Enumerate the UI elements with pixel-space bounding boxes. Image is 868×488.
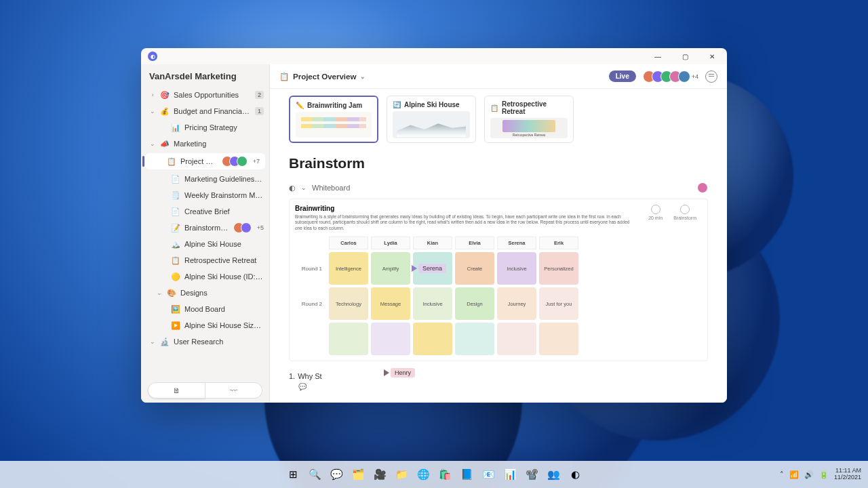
card-icon: 🔄 (393, 100, 401, 108)
card-label: Retrospective Retreat (502, 100, 568, 115)
taskbar-app-icon[interactable]: 📽️ (522, 465, 541, 484)
taskbar-app-icon[interactable]: 💬 (327, 465, 346, 484)
whiteboard-canvas[interactable]: Brainwriting Brainwriting is a style of … (289, 199, 708, 361)
tray-chevron-icon[interactable]: ˄ (780, 470, 784, 479)
sticky-note[interactable] (455, 323, 494, 355)
sidebar-item[interactable]: ▶️Alpine Ski House Sizzle Re... (141, 317, 269, 333)
sticky-note[interactable] (329, 323, 368, 355)
card-thumbnail (490, 118, 568, 138)
section-title: Brainstorm (289, 155, 708, 171)
column-header: Serena (497, 237, 536, 249)
sidebar-item[interactable]: 🟡Alpine Ski House (ID: 487... (141, 268, 269, 285)
sticky-note[interactable]: Create (455, 252, 494, 285)
sticky-note[interactable] (539, 323, 578, 355)
taskbar-app-icon[interactable]: ⊞ (283, 465, 302, 484)
column-header: Kian (413, 237, 452, 249)
sticky-note[interactable]: Journey (497, 287, 536, 320)
sticky-note[interactable] (371, 323, 410, 355)
sidebar-item[interactable]: ⌄💰Budget and Financial Projection1 (141, 103, 269, 119)
sticky-note[interactable]: Personalized (539, 252, 578, 285)
close-button[interactable]: ✕ (698, 48, 726, 64)
taskbar-app-icon[interactable]: 👥 (544, 465, 563, 484)
card-thumbnail (393, 111, 470, 138)
workspace-title: VanArsdel Marketing (141, 64, 269, 87)
taskbar-app-icon[interactable]: 🗂️ (349, 465, 368, 484)
sidebar-item[interactable]: ›🎯Sales Opportunities2 (141, 87, 269, 103)
count-badge: 2 (255, 91, 264, 99)
taskbar-app-icon[interactable]: 🔍 (305, 465, 324, 484)
item-icon: 🟡 (171, 272, 180, 281)
sticky-note[interactable]: Inclusive (413, 287, 452, 320)
sidebar-item[interactable]: ⌄🎨Designs (141, 285, 269, 301)
maximize-button[interactable]: ▢ (671, 48, 698, 64)
sidebar-view-pages[interactable]: 🗎 (148, 382, 205, 399)
item-label: Sales Opportunities (174, 91, 251, 99)
taskbar-app-icon[interactable]: 🎥 (370, 465, 389, 484)
sidebar-item[interactable]: 📊Pricing Strategy (141, 119, 269, 136)
taskbar-app-icon[interactable]: ◐ (566, 465, 585, 484)
page-card[interactable]: ✏️Brainwriting Jam (289, 96, 378, 143)
comment-icon: 💬 (298, 383, 708, 390)
wifi-icon[interactable]: 📶 (789, 470, 799, 479)
sticky-note[interactable]: Technology (329, 287, 368, 320)
item-icon: 🗒️ (171, 190, 180, 200)
whiteboard-presence[interactable] (697, 182, 708, 193)
crumb-label: Project Overview (293, 73, 356, 81)
sidebar-item[interactable]: 📋Project Overview+7 (145, 153, 265, 169)
item-label: Brainstorming (184, 224, 229, 232)
sidebar-view-activity[interactable]: 〰 (205, 382, 262, 399)
breadcrumb[interactable]: 📋 Project Overview ⌄ (279, 72, 366, 81)
volume-icon[interactable]: 🔊 (804, 470, 814, 479)
chevron-icon: ⌄ (149, 338, 156, 345)
titlebar: ◐ — ▢ ✕ (141, 48, 727, 64)
live-badge[interactable]: Live (609, 70, 636, 82)
sidebar-item[interactable]: 📄Creative Brief (141, 203, 269, 220)
taskbar-app-icon[interactable]: 📧 (479, 465, 498, 484)
column-header: Elvia (455, 237, 494, 249)
sticky-note[interactable] (413, 323, 452, 355)
column-header: Erik (539, 237, 578, 249)
sticky-note[interactable]: Design (455, 287, 494, 320)
chevron-down-icon: ⌄ (360, 73, 366, 80)
presence-cursor-serena: Serena (412, 264, 446, 273)
card-label: Brainwriting Jam (307, 102, 362, 109)
sticky-note[interactable]: Message (371, 287, 410, 320)
item-label: Designs (180, 289, 264, 297)
sidebar-item[interactable]: 📋Retrospective Retreat (141, 252, 269, 268)
sticky-note[interactable]: Just for you (539, 287, 578, 320)
sidebar-item[interactable]: 🏔️Alpine Ski House (141, 236, 269, 252)
sticky-note[interactable]: Inclusive (497, 252, 536, 285)
chevron-icon: ⌄ (149, 108, 156, 115)
comments-icon[interactable] (705, 70, 717, 83)
system-clock[interactable]: 11:11 AM11/2/2021 (834, 468, 861, 481)
item-label: Alpine Ski House Sizzle Re... (184, 321, 264, 329)
sticky-note[interactable] (497, 323, 536, 355)
item-label: Alpine Ski House (184, 240, 264, 248)
sidebar-item[interactable]: ⌄📣Marketing (141, 136, 269, 152)
sidebar-item[interactable]: 🗒️Weekly Brainstorm Meeting (141, 187, 269, 203)
page-card[interactable]: 🔄Alpine Ski House (387, 96, 476, 143)
taskbar-app-icon[interactable]: 📁 (392, 465, 411, 484)
sidebar-item[interactable]: ⌄🔬User Research (141, 333, 269, 350)
taskbar-app-icon[interactable]: 📊 (500, 465, 519, 484)
crumb-icon: 📋 (279, 72, 289, 81)
sidebar-item[interactable]: 📝Brainstorming+5 (141, 220, 269, 236)
sidebar-item[interactable]: 🖼️Mood Board (141, 301, 269, 317)
sticky-note[interactable]: Intelligence (329, 252, 368, 285)
taskbar-app-icon[interactable]: 📘 (457, 465, 476, 484)
taskbar-app-icon[interactable]: 🌐 (414, 465, 433, 484)
chevron-down-icon[interactable]: ⌄ (301, 184, 307, 191)
page-card[interactable]: 📋Retrospective Retreat (484, 96, 574, 143)
wb-desc-body: Brainwriting is a style of brainstorming… (295, 214, 636, 231)
presence-stack[interactable]: +4 (643, 70, 698, 83)
list-item[interactable]: 1.Why St 💬 (289, 372, 708, 390)
timer-icon (651, 205, 660, 214)
item-icon: ▶️ (171, 321, 180, 330)
sticky-note[interactable]: Amplify (371, 252, 410, 285)
wb-desc-title: Brainwriting (295, 205, 636, 212)
battery-icon[interactable]: 🔋 (819, 470, 829, 479)
minimize-button[interactable]: — (644, 48, 671, 64)
sidebar-item[interactable]: 📄Marketing Guidelines for V... (141, 171, 269, 187)
item-icon: 📝 (171, 223, 180, 232)
taskbar-app-icon[interactable]: 🛍️ (435, 465, 454, 484)
